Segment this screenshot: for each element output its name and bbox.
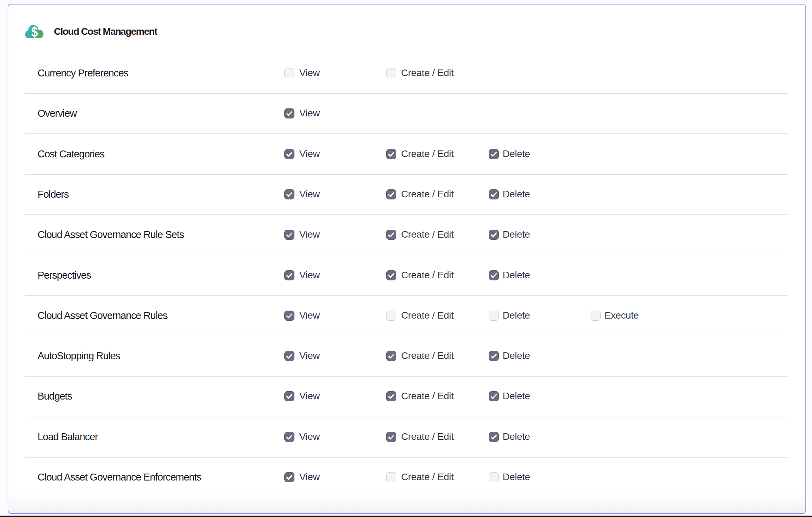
svg-text:$: $ [31, 25, 38, 38]
